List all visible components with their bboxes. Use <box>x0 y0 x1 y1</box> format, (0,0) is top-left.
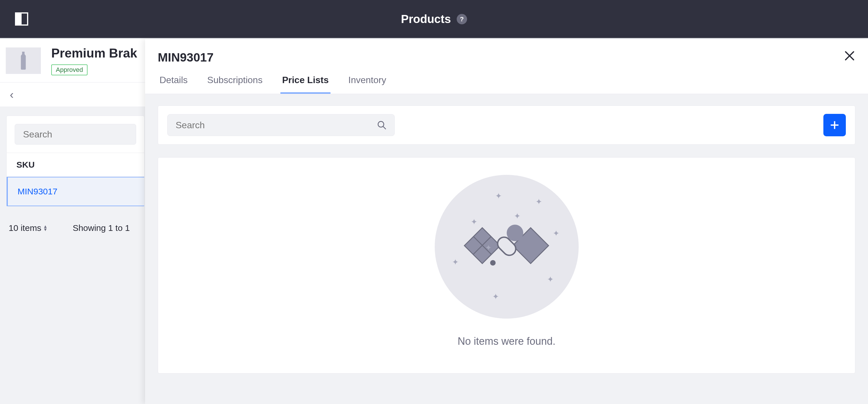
add-button[interactable] <box>824 114 846 136</box>
empty-state-illustration: ✦ ✦ ✦ ✦ ✦ ✦ ✦ ✦ ✦ <box>435 175 579 318</box>
sku-link[interactable]: MIN93017 <box>18 187 57 196</box>
search-icon <box>377 120 386 130</box>
product-thumbnail <box>6 47 41 74</box>
satellite-icon <box>461 201 553 293</box>
status-badge: Approved <box>51 64 88 75</box>
showing-range-label: Showing 1 to 1 <box>72 223 129 233</box>
page-title: Products <box>401 13 451 26</box>
back-chevron-icon[interactable]: ‹ <box>10 89 13 100</box>
svg-point-2 <box>378 121 384 127</box>
svg-point-11 <box>507 225 523 241</box>
sku-table-panel: SKU MIN93017 <box>6 115 145 206</box>
help-icon[interactable]: ? <box>457 14 467 24</box>
plus-icon <box>830 120 840 130</box>
close-icon[interactable] <box>844 50 855 64</box>
tab-subscriptions[interactable]: Subscriptions <box>206 75 264 94</box>
svg-point-12 <box>490 260 495 265</box>
tab-price-lists[interactable]: Price Lists <box>280 75 331 94</box>
sku-search-input[interactable] <box>15 124 136 145</box>
sort-icon[interactable]: ▴▾ <box>44 225 46 231</box>
table-row[interactable]: MIN93017 <box>7 177 144 206</box>
empty-state: ✦ ✦ ✦ ✦ ✦ ✦ ✦ ✦ ✦ <box>158 157 855 373</box>
drawer-tabs: Details Subscriptions Price Lists Invent… <box>158 75 851 94</box>
panel-toggle-icon[interactable] <box>15 12 28 26</box>
empty-state-text: No items were found. <box>458 335 555 347</box>
tab-details[interactable]: Details <box>158 75 189 94</box>
bottle-icon <box>19 50 28 71</box>
toolbar-card <box>158 105 855 145</box>
app-topbar: Products ? <box>0 0 868 38</box>
detail-drawer: MIN93017 Details Subscriptions Price Lis… <box>145 39 868 404</box>
tab-inventory[interactable]: Inventory <box>347 75 388 94</box>
table-column-header[interactable]: SKU <box>7 153 144 177</box>
drawer-title: MIN93017 <box>158 50 851 64</box>
svg-line-3 <box>383 126 386 129</box>
items-count-label[interactable]: 10 items <box>9 223 41 233</box>
product-name: Premium Brak <box>51 46 137 60</box>
search-input[interactable] <box>167 114 395 136</box>
